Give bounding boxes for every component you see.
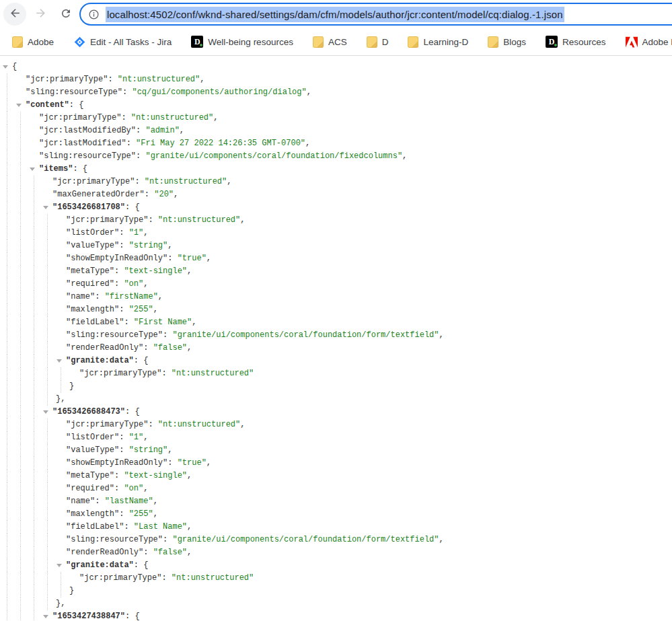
json-punct: : bbox=[119, 241, 128, 250]
json-punct: , bbox=[180, 126, 184, 135]
bookmark-item[interactable]: Learning-D bbox=[408, 36, 468, 48]
bookmark-item[interactable]: ACS bbox=[313, 36, 347, 48]
collapse-toggle-icon[interactable] bbox=[57, 564, 62, 567]
indent-guide bbox=[34, 240, 34, 252]
json-line: "valueType": "string", bbox=[0, 444, 672, 457]
indent-guide bbox=[61, 572, 61, 585]
forward-button[interactable] bbox=[29, 3, 52, 26]
indent-guide bbox=[20, 112, 21, 124]
bookmark-label: Resources bbox=[562, 37, 606, 47]
indent-guide bbox=[20, 227, 21, 240]
json-key: "jcr:primaryType" bbox=[39, 113, 121, 122]
json-punct: : bbox=[124, 318, 133, 327]
indent-guide bbox=[47, 265, 48, 278]
json-key: "listOrder" bbox=[66, 228, 119, 238]
json-line: "listOrder": "1", bbox=[0, 431, 672, 444]
back-button[interactable] bbox=[3, 3, 26, 26]
json-line: "sling:resourceType": "granite/ui/compon… bbox=[0, 150, 672, 163]
site-info-icon[interactable] bbox=[88, 9, 100, 20]
bookmark-item[interactable]: Edit - All Tasks - Jira bbox=[73, 36, 172, 48]
d-badge-icon: D bbox=[546, 36, 558, 48]
json-punct: : { bbox=[134, 356, 149, 365]
json-line-text: "1653427438847": { bbox=[0, 610, 140, 620]
json-value: "Fri May 27 2022 14:26:35 GMT-0700" bbox=[136, 139, 305, 148]
collapse-toggle-icon[interactable] bbox=[43, 410, 48, 414]
json-punct: , bbox=[153, 497, 158, 506]
json-key: "sling:resourceType" bbox=[26, 87, 122, 97]
json-punct: : bbox=[143, 343, 153, 353]
indent-guide bbox=[47, 534, 48, 546]
bookmark-item[interactable]: Blogs bbox=[488, 36, 526, 48]
json-line-text: "maxlength": "255", bbox=[0, 508, 158, 521]
indent-guide bbox=[7, 406, 7, 418]
json-line: "jcr:primaryType": "nt:unstructured" bbox=[0, 367, 672, 380]
bookmark-item[interactable]: D bbox=[367, 36, 389, 48]
indent-guide bbox=[34, 431, 34, 444]
json-line: "jcr:primaryType": "nt:unstructured", bbox=[0, 214, 672, 227]
json-line-text: "sling:resourceType": "granite/ui/compon… bbox=[0, 150, 407, 163]
json-key: "maxlength" bbox=[66, 509, 119, 519]
indent-guide bbox=[7, 303, 7, 316]
indent-guide bbox=[7, 418, 7, 431]
indent-guide bbox=[47, 240, 48, 252]
json-line-text: "jcr:primaryType": "nt:unstructured", bbox=[0, 112, 218, 124]
collapse-toggle-icon[interactable] bbox=[43, 206, 48, 209]
json-line-text: "jcr:primaryType": "nt:unstructured", bbox=[0, 214, 245, 227]
bookmark-item[interactable]: DWell-being resources bbox=[191, 36, 293, 48]
json-punct: : bbox=[114, 484, 124, 493]
indent-guide bbox=[20, 367, 21, 380]
json-punct: : bbox=[95, 292, 104, 301]
indent-guide bbox=[7, 188, 7, 201]
json-line: "items": { bbox=[0, 163, 672, 176]
json-value: "admin" bbox=[145, 126, 179, 135]
json-line: "metaType": "text-single", bbox=[0, 470, 672, 482]
json-punct: : bbox=[167, 458, 177, 468]
refresh-button[interactable] bbox=[54, 3, 77, 26]
json-line: "jcr:primaryType": "nt:unstructured", bbox=[0, 112, 672, 124]
json-line-text: "sling:resourceType": "cq/gui/components… bbox=[0, 86, 311, 99]
json-line-text: "jcr:lastModified": "Fri May 27 2022 14:… bbox=[0, 137, 310, 150]
url-bar[interactable]: localhost:4502/conf/wknd-shared/settings… bbox=[79, 3, 672, 26]
json-punct: }, bbox=[56, 394, 65, 404]
json-key: "granite:data" bbox=[66, 356, 134, 365]
indent-guide bbox=[47, 316, 48, 329]
indent-guide bbox=[47, 380, 48, 393]
collapse-toggle-icon[interactable] bbox=[16, 104, 22, 107]
json-value: "true" bbox=[178, 254, 207, 263]
json-line: "name": "lastName", bbox=[0, 495, 672, 508]
json-punct: , bbox=[200, 75, 204, 84]
indent-guide bbox=[20, 380, 21, 393]
indent-guide bbox=[7, 610, 7, 620]
json-line: "jcr:lastModified": "Fri May 27 2022 14:… bbox=[0, 137, 672, 150]
bookmark-label: Learning-D bbox=[423, 37, 468, 47]
json-punct: , bbox=[207, 458, 211, 468]
bookmark-item[interactable]: Adobe bbox=[12, 36, 54, 48]
json-key: "granite:data" bbox=[66, 560, 134, 570]
json-punct: } bbox=[69, 586, 74, 595]
json-punct: : bbox=[126, 139, 136, 148]
json-line-text: "fieldLabel": "First Name", bbox=[0, 316, 196, 329]
indent-guide bbox=[34, 316, 34, 329]
collapse-toggle-icon[interactable] bbox=[3, 65, 8, 69]
indent-guide bbox=[34, 597, 34, 610]
browser-window: localhost:4502/conf/wknd-shared/settings… bbox=[0, 0, 672, 620]
indent-guide bbox=[20, 342, 21, 355]
indent-guide bbox=[7, 495, 7, 508]
indent-guide bbox=[34, 201, 34, 214]
collapse-toggle-icon[interactable] bbox=[30, 168, 35, 171]
url-text[interactable]: localhost:4502/conf/wknd-shared/settings… bbox=[106, 7, 564, 22]
indent-guide bbox=[7, 585, 7, 597]
json-line-text: }, bbox=[0, 597, 65, 610]
collapse-toggle-icon[interactable] bbox=[43, 615, 48, 618]
indent-guide bbox=[20, 457, 21, 470]
indent-guide bbox=[20, 316, 21, 329]
collapse-toggle-icon[interactable] bbox=[57, 359, 62, 363]
json-line: "renderReadOnly": "false", bbox=[0, 546, 672, 559]
json-punct: : bbox=[135, 177, 144, 186]
json-line: "1653426681708": { bbox=[0, 201, 672, 214]
json-punct: : bbox=[163, 330, 172, 340]
indent-guide bbox=[7, 559, 7, 572]
bookmark-item[interactable]: Adobe E bbox=[626, 36, 672, 48]
bookmark-item[interactable]: DResources bbox=[546, 36, 606, 48]
bookmarks-bar: AdobeEdit - All Tasks - JiraDWell-being … bbox=[0, 28, 672, 56]
